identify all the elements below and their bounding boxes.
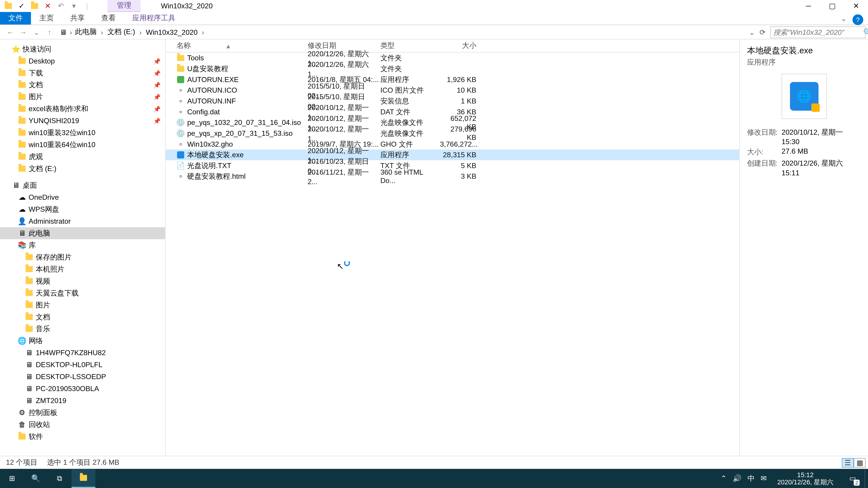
qat-delete-icon[interactable]: ✕	[42, 1, 54, 11]
tab-view[interactable]: 查看	[93, 12, 124, 25]
column-name[interactable]: 名称▴	[177, 41, 308, 51]
tree-item[interactable]: 天翼云盘下载	[0, 287, 165, 299]
taskbar-search-button[interactable]: 🔍	[24, 469, 48, 488]
breadcrumb-segment[interactable]: Win10x32_2020	[144, 28, 200, 36]
file-row[interactable]: ▫Win10x32.gho2019/9/7, 星期六 19:...GHO 文件3…	[166, 139, 739, 150]
navigation-tree[interactable]: ⭐快速访问Desktop📌下载📌文档📌图片📌excel表格制作求和📌YUNQIS…	[0, 39, 166, 456]
tree-item[interactable]: Desktop📌	[0, 55, 165, 67]
qat-undo-icon[interactable]: ↶	[55, 1, 67, 11]
tree-item[interactable]: 🖥ZMT2019	[0, 395, 165, 407]
maximize-button[interactable]: ▢	[820, 0, 844, 12]
search-box[interactable]: 🔍	[770, 26, 866, 38]
tree-item[interactable]: excel表格制作求和📌	[0, 103, 165, 115]
help-icon[interactable]: ?	[852, 14, 863, 25]
tree-item[interactable]: 🗑回收站	[0, 419, 165, 431]
task-view-button[interactable]: ⧉	[48, 469, 71, 488]
tree-item[interactable]: 🖥DESKTOP-HL0PLFL	[0, 359, 165, 371]
tree-item[interactable]: ☁OneDrive	[0, 191, 165, 203]
tree-item[interactable]: 🖥DESKTOP-LSSOEDP	[0, 371, 165, 383]
tree-item[interactable]: 文档	[0, 311, 165, 323]
details-filename: 本地硬盘安装.exe	[747, 45, 861, 56]
qat-newfolder-icon[interactable]	[29, 1, 41, 11]
qat-dropdown-icon[interactable]: ▾	[68, 1, 80, 11]
breadcrumb-segment[interactable]: 此电脑	[73, 27, 99, 37]
show-desktop-button[interactable]	[864, 469, 868, 488]
chevron-right-icon[interactable]: ›	[100, 28, 104, 36]
tree-item[interactable]: 图片📌	[0, 91, 165, 103]
tree-item[interactable]: ⭐快速访问	[0, 43, 165, 55]
taskbar-explorer-button[interactable]	[71, 469, 95, 488]
tree-item[interactable]: 虎观	[0, 151, 165, 163]
tree-item[interactable]: 🖥1H4WPFQ7KZ8HU82	[0, 347, 165, 359]
meta-label: 创建日期:	[747, 158, 778, 177]
tree-item[interactable]: 软件	[0, 431, 165, 443]
tab-file[interactable]: 文件	[0, 12, 31, 25]
tree-item[interactable]: 🌐网络	[0, 335, 165, 347]
tree-item[interactable]: win10重装64位win10	[0, 139, 165, 151]
file-row[interactable]: U盘安装教程2020/12/26, 星期六 1...文件夹	[166, 64, 739, 74]
tree-item-label: win10重装64位win10	[29, 140, 96, 150]
file-row[interactable]: ▫硬盘安装教程.html2016/11/21, 星期一 2...360 se H…	[166, 171, 739, 182]
pc-icon: 🖥	[60, 28, 67, 36]
tree-item[interactable]: 音乐	[0, 323, 165, 335]
volume-icon[interactable]: 🔊	[733, 474, 742, 483]
chevron-right-icon[interactable]: ›	[69, 28, 73, 36]
tree-item[interactable]: 🖥此电脑	[0, 227, 165, 239]
tree-item[interactable]: 📚库	[0, 239, 165, 251]
tree-item[interactable]: 视频	[0, 275, 165, 287]
tree-item[interactable]: 🖥桌面	[0, 180, 165, 191]
tab-app-tools[interactable]: 应用程序工具	[124, 12, 184, 25]
tree-item[interactable]: 保存的图片	[0, 251, 165, 263]
file-size: 1 KB	[440, 97, 478, 105]
chevron-right-icon[interactable]: ›	[201, 28, 205, 36]
forward-button[interactable]: →	[18, 27, 29, 37]
taskbar-clock[interactable]: 15:12 2020/12/26, 星期六	[773, 471, 838, 486]
view-thumbnails-button[interactable]: ▦	[854, 458, 866, 467]
file-row[interactable]: Tools2020/12/26, 星期六 1...文件夹	[166, 53, 739, 64]
file-row[interactable]: ▫AUTORUN.ICO2015/5/10, 星期日 02...ICO 图片文件…	[166, 85, 739, 96]
tree-item[interactable]: 图片	[0, 299, 165, 311]
tree-item[interactable]: ⚙控制面板	[0, 407, 165, 419]
file-row[interactable]: 💿pe_yqs_xp_20_07_31_15_53.iso2020/10/12,…	[166, 128, 739, 139]
tree-item[interactable]: 文档 (E:)	[0, 163, 165, 175]
tree-item[interactable]: 👤Administrator	[0, 215, 165, 227]
file-icon	[177, 54, 185, 62]
file-row[interactable]: ▫AUTORUN.INF2015/5/10, 星期日 02...安装信息1 KB	[166, 96, 739, 107]
column-size[interactable]: 大小	[440, 41, 478, 51]
tree-item[interactable]: YUNQISHI2019📌	[0, 115, 165, 127]
tree-item[interactable]: ☁WPS网盘	[0, 203, 165, 215]
action-center-button[interactable]: ▭2	[844, 470, 861, 487]
refresh-button[interactable]: ⟳	[757, 27, 768, 37]
tab-home[interactable]: 主页	[31, 12, 62, 25]
tree-item[interactable]: win10重装32位win10	[0, 127, 165, 139]
breadcrumb-segment[interactable]: 文档 (E:)	[105, 27, 137, 37]
tree-item-label: YUNQISHI2019	[29, 117, 79, 125]
tree-item[interactable]: 文档📌	[0, 79, 165, 91]
view-details-button[interactable]: ☰	[842, 458, 854, 467]
tray-app-icon[interactable]: ✉	[761, 474, 767, 483]
back-button[interactable]: ←	[5, 27, 16, 37]
file-row[interactable]: 📄光盘说明.TXT2016/10/23, 星期日 0...TXT 文件5 KB	[166, 160, 739, 171]
address-dropdown-icon[interactable]: ⌄	[749, 28, 755, 36]
expand-ribbon-icon[interactable]: ⌄	[841, 14, 849, 23]
file-type: 文件夹	[380, 53, 440, 63]
qat-properties-icon[interactable]: ✓	[16, 1, 28, 11]
ime-indicator[interactable]: 中	[747, 473, 755, 484]
tree-item[interactable]: 本机照片	[0, 263, 165, 275]
tree-item[interactable]: 下载📌	[0, 67, 165, 79]
close-button[interactable]: ✕	[844, 0, 868, 12]
tab-share[interactable]: 共享	[62, 12, 93, 25]
file-row[interactable]: AUTORUN.EXE2016/1/8, 星期五 04:...应用程序1,926…	[166, 74, 739, 85]
start-button[interactable]: ⊞	[0, 469, 24, 488]
column-type[interactable]: 类型	[380, 41, 440, 51]
minimize-button[interactable]: ─	[797, 0, 820, 12]
search-icon[interactable]: 🔍	[863, 28, 868, 36]
up-button[interactable]: ↑	[44, 27, 55, 37]
chevron-right-icon[interactable]: ›	[139, 28, 143, 36]
file-row[interactable]: 本地硬盘安装.exe2020/10/12, 星期一 1...应用程序28,315…	[166, 150, 739, 160]
search-input[interactable]	[773, 28, 863, 36]
tray-overflow-icon[interactable]: ⌃	[721, 474, 726, 483]
tree-item-label: 虎观	[29, 152, 43, 162]
tree-item[interactable]: 🖥PC-20190530OBLA	[0, 383, 165, 395]
recent-dropdown-icon[interactable]: ⌄	[31, 27, 41, 37]
